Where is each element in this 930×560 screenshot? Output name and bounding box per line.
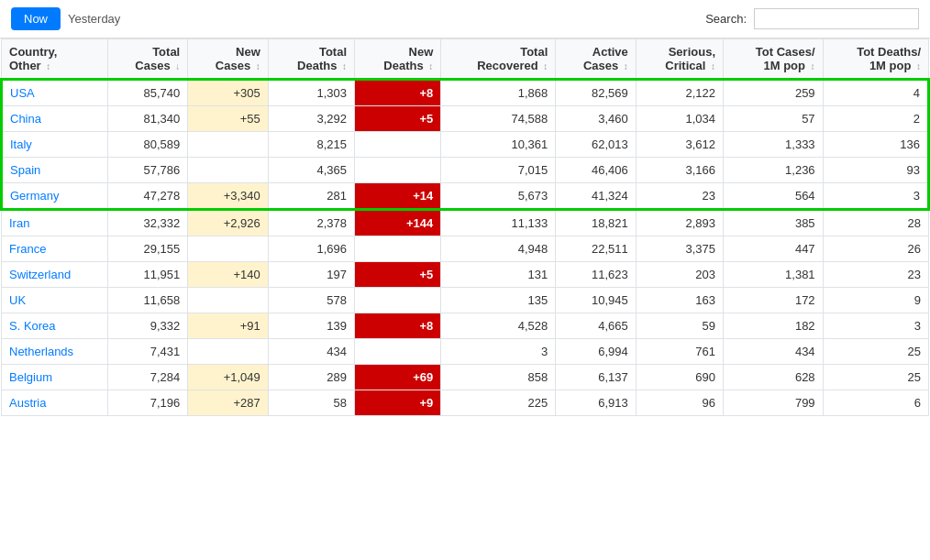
country-link[interactable]: France [9, 242, 46, 256]
cell-country[interactable]: China [2, 106, 108, 132]
cell-serious-critical: 2,893 [636, 210, 723, 236]
col-total-recovered[interactable]: TotalRecovered ↕ [441, 39, 556, 80]
now-button[interactable]: Now [11, 7, 61, 30]
table-row: UK11,65857813510,9451631729 [2, 288, 929, 313]
cell-country[interactable]: S. Korea [2, 313, 108, 339]
cell-country[interactable]: Germany [2, 183, 108, 210]
table-body: USA85,740+3051,303+81,86882,5692,1222594… [2, 80, 929, 416]
table-row: Netherlands7,43143436,99476143425 [2, 339, 929, 365]
cell-new-deaths [355, 158, 441, 183]
cell-total-recovered: 1,868 [441, 80, 556, 106]
cell-country[interactable]: Spain [2, 158, 108, 183]
search-input[interactable] [754, 8, 919, 29]
country-link[interactable]: USA [10, 86, 35, 100]
cell-serious-critical: 3,166 [636, 158, 723, 183]
cell-new-cases: +140 [188, 262, 269, 288]
cell-total-recovered: 3 [441, 339, 556, 365]
country-link[interactable]: Austria [9, 396, 46, 410]
cell-new-deaths: +144 [355, 210, 441, 236]
cell-country[interactable]: Belgium [2, 365, 108, 390]
col-new-cases[interactable]: NewCases ↕ [188, 39, 269, 80]
cell-total-cases: 11,951 [107, 262, 188, 288]
cell-serious-critical: 59 [636, 313, 723, 339]
cell-country[interactable]: France [2, 236, 108, 262]
table-row: China81,340+553,292+574,5883,4601,034572 [2, 106, 929, 132]
col-total-cases[interactable]: TotalCases ↓ [107, 39, 188, 80]
cell-total-recovered: 4,528 [441, 313, 556, 339]
cell-tot-cases-1m: 434 [724, 339, 824, 365]
cell-country[interactable]: USA [2, 80, 108, 106]
country-link[interactable]: China [10, 112, 41, 126]
cell-new-deaths: +8 [355, 313, 441, 339]
cell-new-cases: +305 [188, 80, 269, 106]
country-link[interactable]: Spain [10, 163, 40, 177]
cell-tot-deaths-1m: 2 [823, 106, 928, 132]
cell-total-cases: 81,340 [107, 106, 188, 132]
cell-total-cases: 9,332 [107, 313, 188, 339]
col-country[interactable]: Country,Other ↕ [2, 39, 108, 80]
table-row: Spain57,7864,3657,01546,4063,1661,23693 [2, 158, 929, 183]
country-link[interactable]: UK [9, 293, 26, 307]
cell-total-deaths: 3,292 [268, 106, 354, 132]
cell-tot-deaths-1m: 4 [823, 80, 928, 106]
cell-tot-cases-1m: 628 [724, 365, 824, 390]
col-serious[interactable]: Serious,Critical ↕ [636, 39, 723, 80]
col-total-deaths[interactable]: TotalDeaths ↕ [268, 39, 354, 80]
col-tot-cases-1m[interactable]: Tot Cases/1M pop ↕ [724, 39, 824, 80]
country-link[interactable]: Iran [9, 216, 29, 230]
cell-new-cases: +287 [188, 390, 269, 416]
country-link[interactable]: Italy [10, 137, 32, 151]
cell-active-cases: 4,665 [556, 313, 637, 339]
cell-active-cases: 62,013 [556, 132, 637, 158]
cell-country[interactable]: Switzerland [2, 262, 108, 288]
cell-total-deaths: 2,378 [268, 210, 354, 236]
cell-serious-critical: 96 [636, 390, 723, 416]
cell-total-cases: 11,658 [107, 288, 188, 313]
cell-tot-deaths-1m: 93 [823, 158, 928, 183]
cell-serious-critical: 3,612 [636, 132, 723, 158]
cell-country[interactable]: Austria [2, 390, 108, 416]
country-link[interactable]: Belgium [9, 370, 52, 384]
cell-tot-deaths-1m: 23 [823, 262, 928, 288]
country-link[interactable]: Switzerland [9, 268, 71, 281]
cell-active-cases: 18,821 [556, 210, 637, 236]
cell-active-cases: 82,569 [556, 80, 637, 106]
cell-serious-critical: 761 [636, 339, 723, 365]
cell-new-deaths [355, 132, 441, 158]
cell-tot-deaths-1m: 25 [823, 339, 928, 365]
country-link[interactable]: S. Korea [9, 319, 56, 333]
country-link[interactable]: Netherlands [9, 345, 73, 358]
col-active-cases[interactable]: ActiveCases ↕ [556, 39, 637, 80]
cell-tot-cases-1m: 1,381 [724, 262, 824, 288]
cell-serious-critical: 163 [636, 288, 723, 313]
country-link[interactable]: Germany [10, 189, 59, 203]
cell-total-cases: 29,155 [107, 236, 188, 262]
cell-new-cases: +2,926 [188, 210, 269, 236]
yesterday-button[interactable]: Yesterday [68, 12, 120, 26]
cell-active-cases: 3,460 [556, 106, 637, 132]
top-bar: Now Yesterday Search: [0, 0, 930, 38]
cell-country[interactable]: UK [2, 288, 108, 313]
cell-tot-deaths-1m: 9 [823, 288, 928, 313]
cell-new-cases [188, 132, 269, 158]
cell-active-cases: 22,511 [556, 236, 637, 262]
cell-tot-deaths-1m: 3 [823, 313, 928, 339]
cell-tot-cases-1m: 182 [724, 313, 824, 339]
cell-new-deaths: +8 [355, 80, 441, 106]
cell-total-recovered: 7,015 [441, 158, 556, 183]
table-container: Country,Other ↕ TotalCases ↓ NewCases ↕ … [0, 38, 930, 416]
cell-tot-cases-1m: 259 [724, 80, 824, 106]
cell-new-deaths: +9 [355, 390, 441, 416]
cell-tot-deaths-1m: 28 [823, 210, 928, 236]
cell-total-deaths: 434 [268, 339, 354, 365]
col-new-deaths[interactable]: NewDeaths ↕ [355, 39, 441, 80]
cell-serious-critical: 203 [636, 262, 723, 288]
table-row: Germany47,278+3,340281+145,67341,3242356… [2, 183, 929, 210]
cell-country[interactable]: Iran [2, 210, 108, 236]
cell-country[interactable]: Italy [2, 132, 108, 158]
cell-country[interactable]: Netherlands [2, 339, 108, 365]
data-table: Country,Other ↕ TotalCases ↓ NewCases ↕ … [0, 38, 930, 416]
search-label: Search: [705, 12, 747, 26]
col-tot-deaths-1m[interactable]: Tot Deaths/1M pop ↕ [823, 39, 928, 80]
cell-total-recovered: 135 [441, 288, 556, 313]
